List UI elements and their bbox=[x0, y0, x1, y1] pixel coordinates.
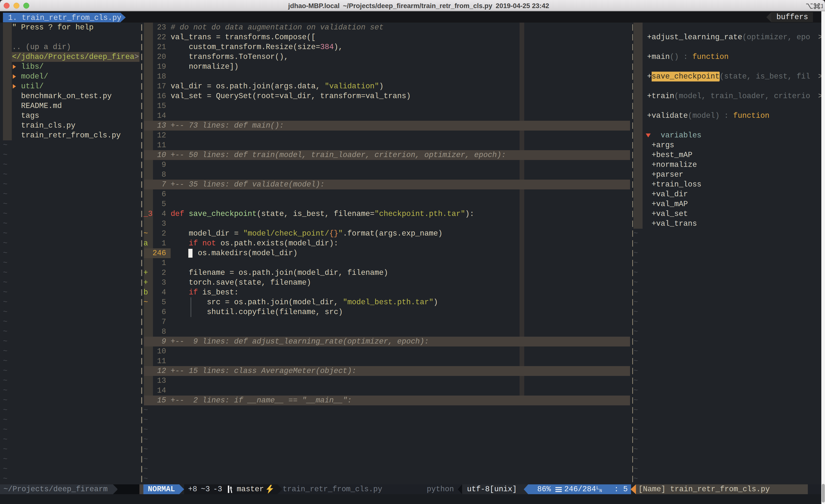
svg-text:1: 1 bbox=[821, 3, 823, 9]
